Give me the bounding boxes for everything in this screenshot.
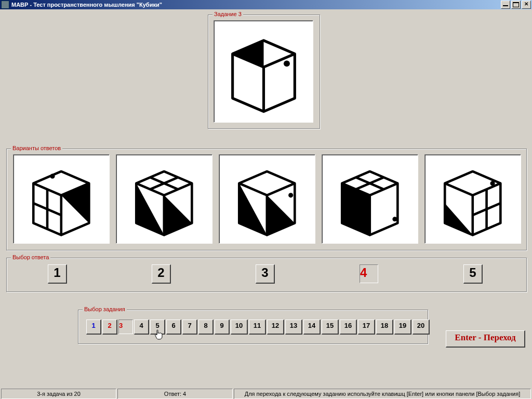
svg-point-35 xyxy=(490,181,495,185)
task-button-1[interactable]: 1 xyxy=(86,320,101,335)
task-button-8[interactable]: 8 xyxy=(198,320,214,335)
status-right: Для перехода к следующему заданию исполь… xyxy=(234,389,531,399)
variant-4[interactable] xyxy=(322,154,418,244)
cube-icon xyxy=(121,159,207,239)
cube-icon xyxy=(224,159,310,239)
minimize-button[interactable] xyxy=(501,1,510,9)
status-left: 3-я задача из 20 xyxy=(1,389,116,399)
task-button-19[interactable]: 19 xyxy=(394,320,411,335)
answer-group-label: Выбор ответа xyxy=(11,254,50,260)
task-button-13[interactable]: 13 xyxy=(285,320,302,335)
task-button-11[interactable]: 11 xyxy=(249,320,266,335)
svg-point-22 xyxy=(288,193,293,197)
task-button-3[interactable]: 3 xyxy=(118,320,133,334)
maximize-button[interactable] xyxy=(511,1,521,9)
cube-icon xyxy=(327,159,413,239)
task-button-14[interactable]: 14 xyxy=(303,320,321,335)
task-button-15[interactable]: 15 xyxy=(322,320,339,335)
answer-button-5[interactable]: 5 xyxy=(463,264,483,284)
task-button-5[interactable]: 5 xyxy=(150,320,165,335)
cube-icon xyxy=(18,159,104,239)
variant-3[interactable] xyxy=(219,154,315,244)
cube-icon xyxy=(430,159,516,239)
task-button-6[interactable]: 6 xyxy=(166,320,181,335)
task-button-16[interactable]: 16 xyxy=(340,320,357,335)
answer-button-3[interactable]: 3 xyxy=(256,264,275,284)
enter-button[interactable]: Enter - Переход xyxy=(446,330,525,348)
close-button[interactable] xyxy=(522,1,531,9)
question-cube-icon xyxy=(219,26,308,117)
answer-button-1[interactable]: 1 xyxy=(48,264,67,284)
task-button-4[interactable]: 4 xyxy=(134,320,149,335)
variant-5[interactable] xyxy=(424,154,521,244)
tasksel-group: Выбор задания 12345678910111213141516171… xyxy=(78,310,428,344)
window-title: МАВР - Тест пространственного мышления "… xyxy=(11,2,501,8)
variants-group-label: Варианты ответов xyxy=(11,145,62,151)
answer-button-4[interactable]: 4 xyxy=(360,264,378,283)
task-button-12[interactable]: 12 xyxy=(267,320,284,335)
task-button-10[interactable]: 10 xyxy=(231,320,248,335)
variants-group: Варианты ответов xyxy=(6,149,527,250)
svg-point-29 xyxy=(393,217,397,221)
variant-2[interactable] xyxy=(116,154,212,244)
app-icon xyxy=(1,1,9,9)
svg-point-3 xyxy=(283,60,289,66)
task-button-18[interactable]: 18 xyxy=(376,320,393,335)
task-button-17[interactable]: 17 xyxy=(358,320,375,335)
question-cube xyxy=(214,20,313,123)
status-mid: Ответ: 4 xyxy=(117,389,233,399)
answer-button-2[interactable]: 2 xyxy=(152,264,171,284)
tasksel-group-label: Выбор задания xyxy=(83,306,127,312)
task-button-9[interactable]: 9 xyxy=(215,320,230,335)
window-titlebar: МАВР - Тест пространственного мышления "… xyxy=(0,0,532,9)
task-group: Задание 3 xyxy=(208,15,320,129)
task-button-20[interactable]: 20 xyxy=(413,320,430,335)
svg-point-9 xyxy=(50,174,55,178)
task-button-2[interactable]: 2 xyxy=(102,320,117,335)
status-bar: 3-я задача из 20 Ответ: 4 Для перехода к… xyxy=(0,389,532,399)
answer-group: Выбор ответа 12345 xyxy=(6,258,527,292)
task-group-label: Задание 3 xyxy=(212,11,243,17)
variant-1[interactable] xyxy=(13,154,110,244)
task-button-7[interactable]: 7 xyxy=(182,320,197,335)
